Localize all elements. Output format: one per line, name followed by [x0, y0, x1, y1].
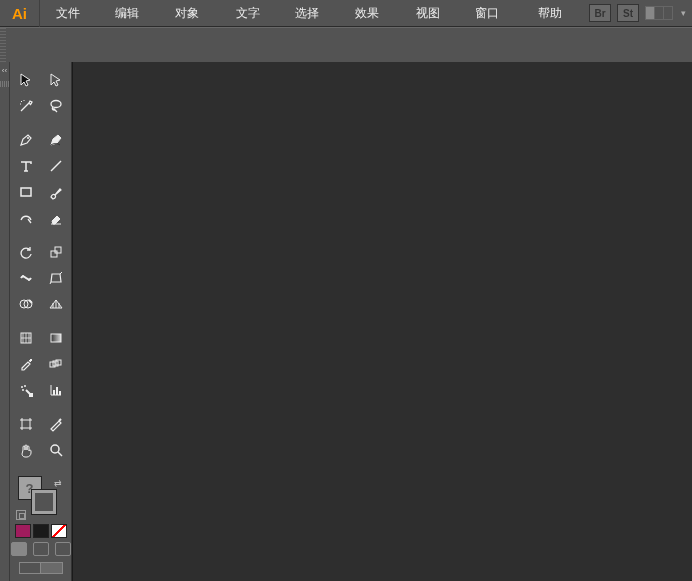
zoom-tool[interactable]	[43, 438, 69, 462]
main-area: ‹‹	[0, 62, 692, 581]
line-tool[interactable]	[43, 154, 69, 178]
svg-rect-12	[51, 334, 61, 342]
chevron-down-icon[interactable]: ▾	[681, 8, 686, 18]
svg-point-1	[27, 137, 29, 139]
artboard-tool[interactable]	[13, 412, 39, 436]
menu-type[interactable]: 文字(T)	[226, 0, 285, 27]
shape-builder-tool[interactable]	[13, 292, 39, 316]
symbol-sprayer-tool[interactable]	[13, 378, 39, 402]
menu-window[interactable]: 窗口(W)	[465, 0, 528, 27]
svg-rect-21	[56, 387, 58, 395]
screen-mode-right[interactable]	[41, 562, 63, 574]
svg-line-25	[58, 452, 62, 456]
menu-view[interactable]: 视图(V)	[406, 0, 466, 27]
color-mode-row	[15, 524, 67, 538]
menu-file[interactable]: 文件(F)	[46, 0, 105, 27]
scale-tool[interactable]	[43, 240, 69, 264]
eraser-tool[interactable]	[43, 206, 69, 230]
svg-point-7	[22, 275, 24, 277]
gradient-tool[interactable]	[43, 326, 69, 350]
canvas[interactable]	[72, 62, 692, 581]
type-tool[interactable]	[13, 154, 39, 178]
toolbox: ? ⇄	[10, 62, 72, 581]
screen-mode-row[interactable]	[19, 562, 63, 574]
draw-normal[interactable]	[11, 542, 27, 556]
rotate-tool[interactable]	[13, 240, 39, 264]
arrange-documents[interactable]	[645, 6, 673, 20]
menubar-right: Br St ▾	[589, 4, 692, 22]
control-bar	[0, 27, 692, 62]
shaper-tool[interactable]	[13, 206, 39, 230]
svg-point-16	[21, 386, 23, 388]
curvature-tool[interactable]	[43, 128, 69, 152]
paintbrush-tool[interactable]	[43, 180, 69, 204]
panel-collapse[interactable]: ‹‹	[0, 62, 10, 581]
svg-point-0	[51, 101, 61, 108]
svg-line-2	[51, 161, 61, 171]
menu-object[interactable]: 对象(O)	[165, 0, 226, 27]
direct-selection-tool[interactable]	[43, 68, 69, 92]
eyedropper-tool[interactable]	[13, 352, 39, 376]
svg-rect-20	[53, 390, 55, 395]
fill-stroke-swatch[interactable]: ? ⇄	[14, 476, 68, 520]
selection-tool[interactable]	[13, 68, 39, 92]
svg-rect-3	[21, 188, 31, 196]
color-solid[interactable]	[15, 524, 31, 538]
magic-wand-tool[interactable]	[13, 94, 39, 118]
draw-inside[interactable]	[55, 542, 71, 556]
menubar: Ai 文件(F) 编辑(E) 对象(O) 文字(T) 选择(S) 效果(C) 视…	[0, 0, 692, 27]
color-none[interactable]	[51, 524, 67, 538]
screen-mode-left[interactable]	[19, 562, 41, 574]
menu-edit[interactable]: 编辑(E)	[105, 0, 165, 27]
svg-rect-23	[22, 420, 30, 428]
slice-tool[interactable]	[43, 412, 69, 436]
collapse-icon: ‹‹	[2, 66, 7, 75]
blend-tool[interactable]	[43, 352, 69, 376]
mesh-tool[interactable]	[13, 326, 39, 350]
draw-behind[interactable]	[33, 542, 49, 556]
menu-effect[interactable]: 效果(C)	[345, 0, 406, 27]
svg-point-18	[22, 389, 24, 391]
pen-tool[interactable]	[13, 128, 39, 152]
app-logo[interactable]: Ai	[0, 0, 40, 27]
stock-button[interactable]: St	[617, 4, 639, 22]
bridge-button[interactable]: Br	[589, 4, 611, 22]
grip-icon	[0, 81, 9, 87]
draw-mode-row	[11, 542, 71, 556]
stroke-swatch[interactable]	[32, 490, 56, 514]
width-tool[interactable]	[13, 266, 39, 290]
default-fill-stroke-icon[interactable]	[16, 510, 26, 520]
svg-rect-5	[51, 251, 57, 257]
perspective-grid-tool[interactable]	[43, 292, 69, 316]
svg-point-8	[28, 279, 30, 281]
svg-point-24	[51, 445, 59, 453]
free-transform-tool[interactable]	[43, 266, 69, 290]
menu-select[interactable]: 选择(S)	[285, 0, 345, 27]
menu-items: 文件(F) 编辑(E) 对象(O) 文字(T) 选择(S) 效果(C) 视图(V…	[46, 0, 589, 27]
rectangle-tool[interactable]	[13, 180, 39, 204]
svg-point-17	[24, 385, 26, 387]
swap-fill-stroke-icon[interactable]: ⇄	[54, 478, 64, 488]
menu-help[interactable]: 帮助(H)	[528, 0, 589, 27]
hand-tool[interactable]	[13, 438, 39, 462]
svg-rect-6	[55, 247, 61, 253]
color-black[interactable]	[33, 524, 49, 538]
lasso-tool[interactable]	[43, 94, 69, 118]
svg-rect-22	[59, 391, 61, 395]
column-graph-tool[interactable]	[43, 378, 69, 402]
svg-rect-19	[29, 393, 33, 397]
